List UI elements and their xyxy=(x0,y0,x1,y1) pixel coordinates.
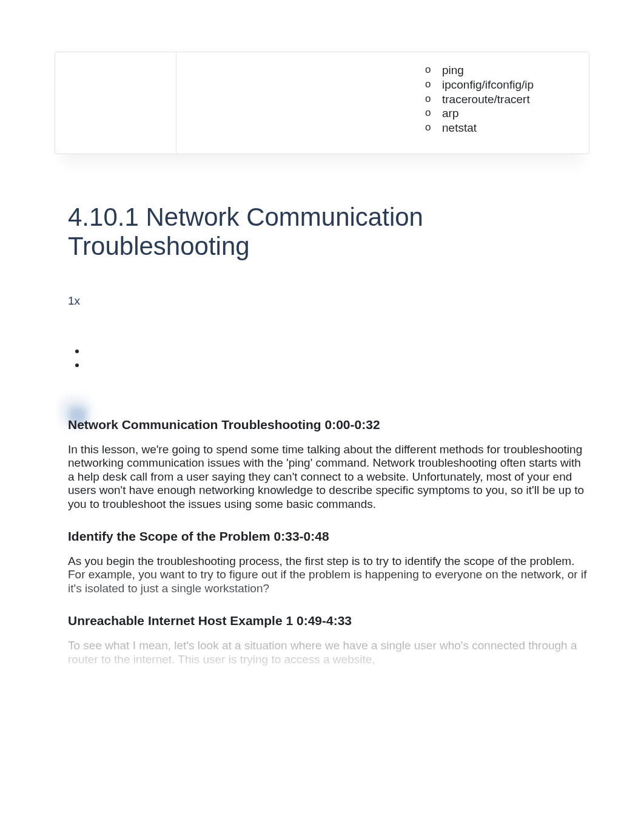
command-list-card: ping ipconfig/ifconfig/ip traceroute/tra… xyxy=(55,52,589,154)
card-left-column xyxy=(55,52,176,154)
list-item xyxy=(86,358,589,372)
section-body: To see what I mean, let's look at a situ… xyxy=(68,639,589,666)
page-title: 4.10.1 Network Communication Troubleshoo… xyxy=(68,203,589,262)
command-sub-list: ping ipconfig/ifconfig/ip traceroute/tra… xyxy=(425,63,577,135)
card-right-column: ping ipconfig/ifconfig/ip traceroute/tra… xyxy=(176,52,589,154)
section-body: As you begin the troubleshooting process… xyxy=(68,555,589,595)
section-heading: Network Communication Troubleshooting 0:… xyxy=(68,418,589,432)
list-item: ping xyxy=(425,63,577,78)
list-item: arp xyxy=(425,106,577,121)
transcript-section: Identify the Scope of the Problem 0:33-0… xyxy=(68,529,589,595)
section-body: In this lesson, we're going to spend som… xyxy=(68,443,589,511)
list-item: netstat xyxy=(425,121,577,135)
list-item xyxy=(86,344,589,358)
playback-speed[interactable]: 1x xyxy=(68,294,589,308)
transcript-section: Network Communication Troubleshooting 0:… xyxy=(68,418,589,511)
section-heading: Unreachable Internet Host Example 1 0:49… xyxy=(68,614,589,628)
empty-bullet-list xyxy=(86,344,589,372)
transcript-section: Unreachable Internet Host Example 1 0:49… xyxy=(68,614,589,666)
list-item: traceroute/tracert xyxy=(425,92,577,107)
list-item: ipconfig/ifconfig/ip xyxy=(425,78,577,92)
section-heading: Identify the Scope of the Problem 0:33-0… xyxy=(68,529,589,544)
